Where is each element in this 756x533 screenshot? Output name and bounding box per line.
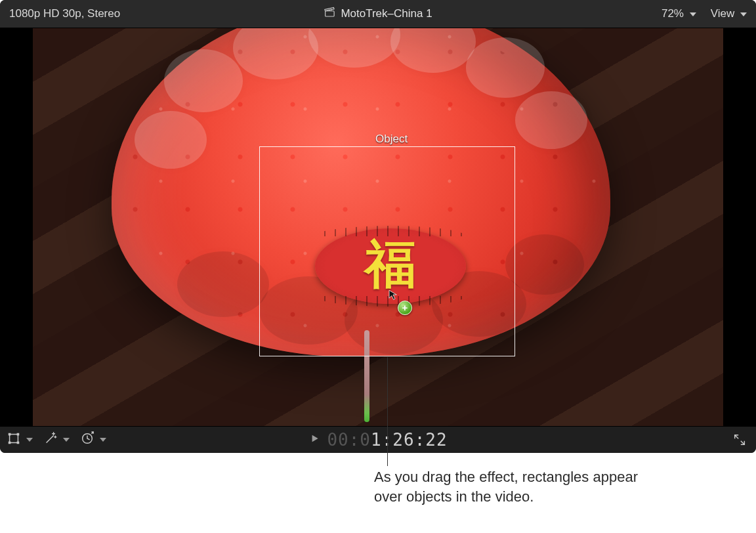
timecode-main: 1:26:22	[371, 430, 448, 450]
svg-point-1	[164, 49, 243, 112]
fullscreen-button[interactable]	[732, 433, 747, 447]
view-dropdown[interactable]: View	[711, 7, 747, 20]
svg-point-8	[177, 251, 269, 317]
cursor-arrow-icon	[387, 289, 399, 301]
svg-rect-16	[9, 442, 11, 444]
clip-title: MotoTrek–China 1	[324, 7, 432, 22]
object-selection-label: Object	[375, 133, 408, 146]
enhance-tool-dropdown[interactable]	[43, 431, 70, 448]
svg-rect-13	[10, 435, 18, 443]
viewer-panel: 1080p HD 30p, Stereo MotoTrek–China 1 72…	[0, 0, 756, 453]
svg-rect-0	[326, 11, 335, 16]
chevron-down-icon	[26, 438, 33, 442]
format-info: 1080p HD 30p, Stereo	[9, 7, 120, 20]
viewer-bottom-bar: 00:01:26:22	[0, 426, 756, 453]
wand-icon	[43, 431, 58, 448]
clapperboard-icon	[324, 7, 335, 22]
chevron-down-icon	[100, 438, 106, 442]
svg-rect-17	[17, 442, 20, 444]
annotation-leader-line	[387, 357, 388, 466]
transform-tool-dropdown[interactable]	[7, 431, 33, 448]
drag-cursor	[387, 289, 399, 303]
svg-point-6	[515, 91, 587, 149]
zoom-value: 72%	[662, 7, 684, 20]
video-canvas[interactable]: 福 Object	[0, 28, 756, 426]
transform-icon	[7, 431, 21, 448]
chevron-down-icon	[63, 438, 70, 442]
play-icon	[308, 433, 320, 444]
timecode-prefix: 00:0	[327, 430, 371, 450]
svg-rect-15	[17, 433, 20, 436]
svg-point-3	[308, 28, 400, 68]
svg-point-7	[135, 111, 207, 169]
svg-point-4	[390, 28, 476, 73]
clip-title-text: MotoTrek–China 1	[341, 7, 432, 20]
add-plus-badge-icon	[398, 301, 412, 315]
annotation-text: As you drag the effect, rectangles appea…	[374, 467, 656, 506]
chevron-down-icon	[740, 12, 747, 16]
zoom-dropdown[interactable]: 72%	[662, 7, 696, 20]
svg-rect-14	[9, 433, 11, 436]
play-button[interactable]	[308, 433, 320, 447]
retime-tool-dropdown[interactable]	[80, 431, 106, 448]
chevron-down-icon	[690, 12, 696, 16]
retime-icon	[80, 431, 94, 448]
svg-point-5	[466, 37, 545, 98]
view-label: View	[711, 7, 735, 20]
svg-point-12	[505, 234, 584, 295]
viewer-top-bar: 1080p HD 30p, Stereo MotoTrek–China 1 72…	[0, 0, 756, 28]
object-tracker-rectangle[interactable]	[259, 146, 515, 356]
svg-point-2	[233, 28, 318, 79]
fullscreen-icon	[732, 433, 747, 447]
